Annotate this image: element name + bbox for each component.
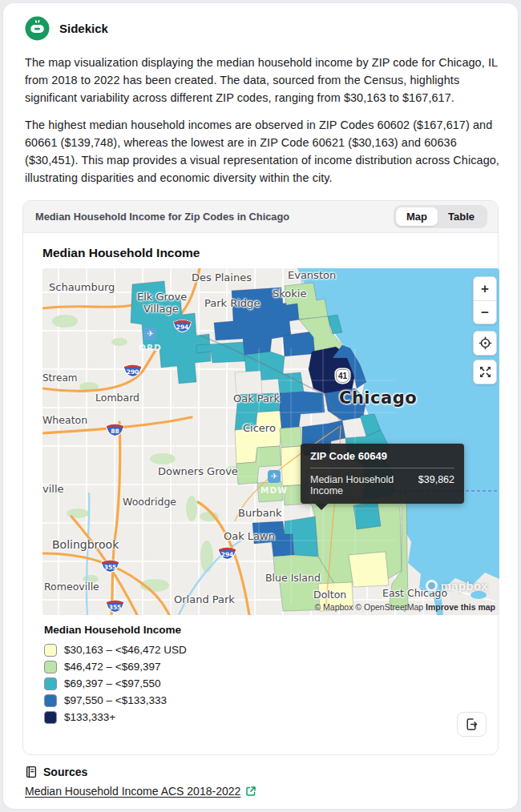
us-route-shield: 41 [336,369,349,383]
fullscreen-icon [479,365,492,379]
geolocate-button[interactable] [474,332,496,355]
map-city-label: Park Ridge [204,297,260,309]
legend-item: $133,333+ [44,709,485,726]
legend-label: $69,397 – <$97,550 [64,677,161,689]
interstate-shield: 294 [217,545,237,560]
interstate-shield: 294 [172,318,192,332]
legend-item: $69,397 – <$97,550 [44,675,485,692]
view-toggle: Map Table [394,205,487,228]
legend-swatch [44,661,57,673]
tooltip-caret [315,504,328,510]
geolocate-icon [479,336,492,350]
map-city-label: ville [42,483,64,495]
attribution-mapbox-link[interactable]: © Mapbox [314,602,353,612]
mapbox-logo[interactable]: mapbox [426,579,488,593]
map-city-label: Schaumburg [49,281,115,293]
fullscreen-button[interactable] [474,360,496,384]
external-link-icon [245,786,256,797]
tooltip-value: $39,862 [418,474,454,496]
legend-title: Median Household Income [44,624,485,636]
airport-marker: ✈ MDW [260,470,288,495]
airplane-icon: ✈ [268,470,281,483]
map-city-label: Village [143,303,179,315]
map-city-label: Wheaton [42,414,87,426]
map-tooltip: ZIP Code 60649 Median Household Income $… [301,444,464,504]
card-body: Median Household Income SchaumburgDes Pl… [23,233,498,754]
card-title: Median Household Income for Zip Codes in… [35,211,289,223]
export-icon [465,718,479,731]
tooltip-label: Median Household Income [310,474,404,496]
map-city-label: Romeoville [44,581,99,593]
airplane-icon: ✈ [143,328,156,340]
source-link[interactable]: Median Household Income ACS 2018-2022 [25,785,240,798]
airport-code: ORD [139,343,162,352]
chat-message-card: Sidekick The map visualization displayin… [2,2,519,810]
choropleth-map-canvas[interactable]: SchaumburgDes PlainesEvanstonSkokieElk G… [42,268,499,615]
map-city-label: Bolingbrook [52,538,119,551]
legend-item: $30,163 – <$46,472 USD [44,641,485,658]
zoom-in-button[interactable]: + [474,277,496,300]
map-city-label: Burbank [238,507,282,519]
page: Sidekick The map visualization displayin… [0,0,521,812]
map-city-label: Oak Park [233,392,280,404]
svg-text:355: 355 [104,564,117,571]
interstate-shield: 290 [123,363,143,377]
map-city-label: Lombard [95,392,139,404]
sidekick-logo-icon [25,16,50,41]
svg-text:294: 294 [176,324,189,331]
map-city-label: Chicago [339,388,417,408]
svg-text:290: 290 [127,368,139,376]
map-city-label: Blue Island [265,572,321,584]
mapbox-logo-text: mapbox [441,579,488,593]
legend-rows: $30,163 – <$46,472 USD $46,472 – <$69,39… [44,641,485,726]
assistant-header: Sidekick [25,16,518,41]
toggle-map-button[interactable]: Map [396,207,438,226]
assistant-name: Sidekick [59,22,108,35]
visualization-card: Median Household Income for Zip Codes in… [22,200,499,755]
attribution-osm-link[interactable]: © OpenStreetMap [355,602,423,612]
legend-swatch [44,644,57,657]
zoom-control-group: + − [473,276,497,324]
legend-swatch [44,694,57,707]
legend-label: $97,550 – <$133,333 [64,694,167,706]
attribution-improve-link[interactable]: Improve this map [426,602,495,612]
legend-label: $30,163 – <$46,472 USD [64,644,187,656]
map-city-label: Des Plaines [192,271,252,283]
map-city-label: Oak Lawn [224,530,275,542]
legend-swatch [44,677,57,690]
geolocate-control [473,331,497,356]
svg-text:355: 355 [109,604,122,611]
map-legend: Median Household Income $30,163 – <$46,4… [44,624,485,726]
map-city-label: Cicero [243,422,276,434]
sources-section: Sources Median Household Income ACS 2018… [25,766,518,798]
svg-text:88: 88 [111,428,119,435]
card-header: Median Household Income for Zip Codes in… [23,201,498,233]
source-link-row: Median Household Income ACS 2018-2022 [25,785,518,798]
tooltip-title: ZIP Code 60649 [310,450,454,462]
legend-item: $46,472 – <$69,397 [44,658,485,675]
legend-swatch [44,711,57,724]
map-title: Median Household Income [42,246,485,260]
map-city-label: Stream [42,372,77,384]
map-city-label: Orland Park [174,593,235,605]
map-attribution: © Mapbox © OpenStreetMap Improve this ma… [314,602,495,612]
message-paragraph-1: The map visualization displaying the med… [25,54,506,107]
map-city-label: Downers Grove [158,465,238,477]
interstate-shield: 355 [100,558,120,573]
map-city-label: Skokie [273,287,306,299]
interstate-shield: 355 [105,598,125,613]
mapbox-logo-icon [426,580,438,592]
export-button[interactable] [457,712,487,737]
legend-item: $97,550 – <$133,333 [44,692,485,709]
interstate-shield: 88 [105,422,125,436]
sources-icon [25,766,38,778]
sources-header: Sources [25,766,518,778]
legend-label: $46,472 – <$69,397 [64,661,161,673]
map-city-label: Woodridge [123,496,176,508]
message-paragraph-2: The highest median household incomes are… [25,116,506,187]
map-city-label: Dolton [313,589,346,601]
map-city-label: Evanston [288,269,336,281]
tooltip-divider [310,468,454,468]
zoom-out-button[interactable]: − [474,300,496,324]
toggle-table-button[interactable]: Table [438,207,485,226]
